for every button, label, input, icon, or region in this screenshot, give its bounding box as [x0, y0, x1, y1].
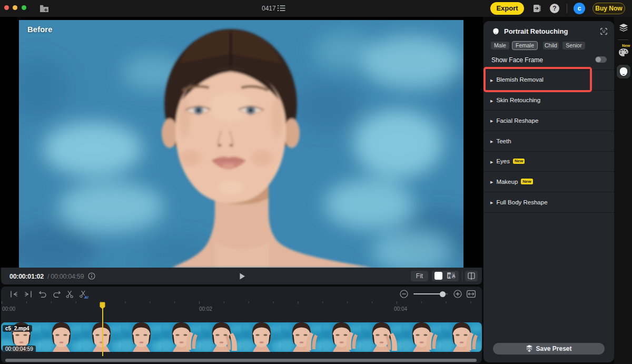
svg-text:A: A — [452, 273, 456, 279]
svg-text:R: R — [448, 273, 451, 279]
svg-text:AI: AI — [84, 295, 88, 299]
